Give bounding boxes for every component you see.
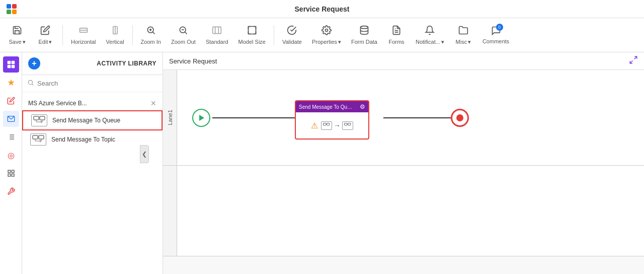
notifications-button[interactable]: Notificat... ▾ bbox=[412, 23, 448, 47]
library-item-queue[interactable]: Send Message To Queue bbox=[22, 110, 163, 130]
zoom-out-button[interactable]: Zoom Out bbox=[167, 23, 200, 47]
task-gear-icon[interactable]: ⚙ bbox=[360, 103, 365, 110]
model-size-button[interactable]: Model Size bbox=[234, 23, 270, 47]
validate-icon bbox=[287, 25, 297, 38]
svg-rect-43 bbox=[33, 135, 38, 139]
activity-panel-header: + ACTIVITY LIBRARY bbox=[22, 52, 163, 75]
task-node[interactable]: Send Message To Queu... ⚙ ⚠ → bbox=[295, 100, 369, 140]
notifications-icon bbox=[425, 25, 435, 38]
task-icon-left bbox=[321, 121, 332, 130]
app-title: Service Request bbox=[295, 5, 350, 13]
standard-icon bbox=[212, 25, 222, 38]
svg-point-18 bbox=[361, 26, 368, 29]
svg-rect-55 bbox=[327, 123, 330, 125]
validate-button[interactable]: Validate bbox=[278, 23, 306, 47]
task-warning-icon: ⚠ bbox=[311, 121, 318, 130]
properties-button[interactable]: Properties ▾ bbox=[308, 23, 345, 47]
svg-rect-2 bbox=[7, 10, 11, 14]
svg-rect-35 bbox=[12, 174, 14, 176]
comments-badge: 0 bbox=[496, 24, 503, 31]
comments-icon-wrapper: 0 bbox=[491, 26, 501, 37]
svg-line-13 bbox=[185, 32, 187, 34]
svg-rect-3 bbox=[12, 10, 17, 14]
svg-line-37 bbox=[32, 84, 34, 86]
canvas-expand-icon[interactable] bbox=[629, 55, 638, 66]
form-data-icon bbox=[359, 25, 369, 38]
svg-rect-56 bbox=[345, 123, 348, 125]
svg-rect-22 bbox=[11, 61, 15, 64]
svg-rect-38 bbox=[34, 116, 39, 120]
edit-button[interactable]: Edit ▾ bbox=[32, 23, 58, 47]
task-node-header: Send Message To Queu... ⚙ bbox=[296, 101, 368, 112]
svg-rect-24 bbox=[11, 65, 15, 68]
nav-icon-list[interactable] bbox=[3, 129, 19, 145]
comments-button[interactable]: 0 Comments bbox=[478, 24, 513, 46]
svg-rect-34 bbox=[8, 174, 11, 176]
standard-button[interactable]: Standard bbox=[202, 23, 232, 47]
library-category[interactable]: MS Azure Service B... ✕ bbox=[22, 96, 163, 110]
nav-icon-envelope[interactable] bbox=[3, 111, 19, 127]
vertical-icon bbox=[110, 25, 120, 38]
collapse-icon: ❮ bbox=[142, 151, 147, 158]
end-event[interactable] bbox=[451, 109, 469, 127]
forms-icon bbox=[391, 25, 401, 38]
canvas-title: Service Request bbox=[169, 57, 217, 65]
start-event[interactable] bbox=[192, 109, 210, 127]
svg-point-17 bbox=[325, 29, 328, 31]
app-grid-icon[interactable] bbox=[6, 4, 17, 15]
nav-icon-star[interactable]: ★ bbox=[3, 75, 19, 91]
lane2-label bbox=[163, 166, 177, 256]
save-button[interactable]: Save ▾ bbox=[4, 23, 30, 47]
svg-line-48 bbox=[634, 56, 637, 59]
task-node-body: ⚠ → bbox=[296, 112, 368, 139]
zoom-in-icon bbox=[146, 25, 156, 38]
category-close-button[interactable]: ✕ bbox=[150, 99, 156, 107]
misc-button[interactable]: Misc ▾ bbox=[450, 23, 476, 47]
svg-rect-1 bbox=[12, 4, 17, 9]
svg-rect-0 bbox=[7, 4, 11, 9]
nav-icon-wrench[interactable] bbox=[3, 183, 19, 199]
search-input[interactable] bbox=[37, 80, 157, 87]
properties-icon bbox=[321, 25, 332, 38]
queue-item-icon bbox=[31, 114, 47, 126]
svg-point-36 bbox=[28, 80, 32, 84]
search-icon bbox=[27, 79, 34, 88]
svg-rect-15 bbox=[213, 27, 221, 33]
vertical-button[interactable]: Vertical bbox=[102, 23, 128, 47]
save-icon bbox=[12, 25, 22, 38]
zoom-in-button[interactable]: Zoom In bbox=[137, 23, 165, 47]
add-activity-button[interactable]: + bbox=[28, 57, 40, 70]
svg-rect-39 bbox=[40, 116, 45, 120]
activity-panel-title: ACTIVITY LIBRARY bbox=[97, 60, 156, 67]
topic-item-icon bbox=[30, 133, 46, 146]
forms-button[interactable]: Forms bbox=[383, 23, 410, 47]
nav-icon-edit[interactable] bbox=[3, 93, 19, 109]
svg-rect-32 bbox=[8, 170, 11, 173]
task-arrow-right: → bbox=[334, 121, 341, 129]
svg-rect-16 bbox=[248, 27, 256, 34]
svg-rect-21 bbox=[7, 61, 11, 64]
collapse-panel-button[interactable]: ❮ bbox=[140, 145, 149, 163]
svg-rect-57 bbox=[348, 123, 351, 125]
zoom-out-icon bbox=[178, 25, 188, 38]
horizontal-icon bbox=[78, 25, 89, 38]
nav-icon-menu2[interactable] bbox=[3, 165, 19, 181]
misc-icon bbox=[458, 25, 468, 38]
svg-rect-54 bbox=[324, 123, 327, 125]
svg-line-9 bbox=[153, 32, 155, 34]
task-icon-right bbox=[342, 121, 353, 130]
nav-icon-grid[interactable] bbox=[3, 56, 19, 73]
svg-rect-33 bbox=[12, 170, 14, 173]
model-size-icon bbox=[247, 25, 257, 38]
nav-icon-circle[interactable]: ◎ bbox=[3, 147, 19, 163]
svg-rect-23 bbox=[7, 65, 11, 68]
edit-icon bbox=[40, 25, 50, 38]
svg-line-49 bbox=[630, 61, 632, 63]
form-data-button[interactable]: Form Data bbox=[347, 23, 381, 47]
svg-rect-44 bbox=[39, 135, 44, 139]
lane1-label: Lane1 bbox=[163, 70, 177, 165]
horizontal-button[interactable]: Horizontal bbox=[67, 23, 100, 47]
